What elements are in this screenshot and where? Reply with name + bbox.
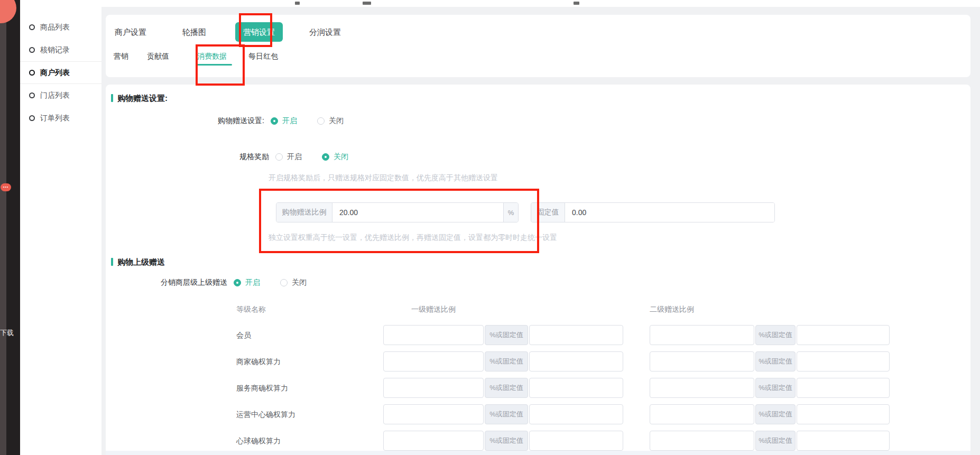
fixed-value-input-group: 固定值	[531, 202, 775, 222]
settings-panel: 购物赠送设置: 购物赠送设置: 开启 关闭 规格奖励 开启 关闭 开启规格奖励后…	[106, 85, 970, 455]
sidebar-item-4[interactable]: 订单列表	[20, 107, 101, 129]
fixed-value-input[interactable]	[565, 203, 774, 222]
distributor-on-option[interactable]: 开启	[234, 278, 260, 287]
l1-unit-label: %或固定值	[485, 351, 528, 372]
tabs-panel: 商户设置轮播图营销设置分润设置 营销贡献值消费数据每日红包	[106, 15, 970, 77]
radio-unselected-icon[interactable]	[275, 153, 283, 161]
row-3-l2-ratio-input[interactable]	[650, 404, 754, 424]
chat-bubble-button[interactable]: •••	[1, 183, 11, 191]
distributor-off-option[interactable]: 关闭	[280, 278, 307, 287]
level-row-label: 会员	[236, 325, 251, 345]
l1-unit-label: %或固定值	[485, 325, 528, 345]
l1-unit-label: %或固定值	[485, 404, 528, 424]
active-subtab-underline	[197, 64, 232, 66]
weight-rule-hint: 独立设置权重高于统一设置，优先赠送比例，再赠送固定值，设置都为零时时走统一设置	[269, 233, 557, 243]
radio-unselected-icon[interactable]	[317, 117, 325, 125]
row-0-l2-ratio-input[interactable]	[650, 325, 754, 345]
row-4-l1-fixed-input[interactable]	[529, 431, 623, 451]
spec-reward-row: 规格奖励 开启 关闭	[239, 152, 348, 162]
l2-unit-label: %或固定值	[755, 404, 796, 424]
main-tab-1[interactable]: 轮播图	[182, 27, 206, 38]
row-2-l2-ratio-input[interactable]	[650, 378, 754, 398]
clipped-text-fragment	[295, 2, 300, 5]
gift-toggle-off-option[interactable]: 关闭	[317, 116, 344, 126]
col-header-level-name: 等级名称	[236, 305, 266, 314]
gift-toggle-on-option[interactable]: 开启	[271, 116, 297, 126]
main-tab-0[interactable]: 商户设置	[115, 27, 146, 38]
row-2-l1-fixed-input[interactable]	[529, 378, 623, 398]
sidebar-item-2[interactable]: 商户列表	[20, 61, 101, 84]
left-dock-rail: ••• 下载	[0, 0, 20, 455]
sub-tab-2[interactable]: 消费数据	[197, 52, 227, 61]
clipped-text-fragment	[363, 2, 371, 5]
row-4-l1-ratio-input[interactable]	[383, 431, 484, 451]
section-accent-bar	[111, 94, 113, 102]
radio-selected-icon[interactable]	[271, 117, 278, 125]
row-3-l1-ratio-input[interactable]	[383, 404, 484, 424]
col-header-level2-ratio: 二级赠送比例	[650, 305, 694, 314]
sidebar-item-label: 门店列表	[40, 91, 70, 100]
main-tab-2[interactable]: 营销设置	[235, 22, 283, 42]
sidebar-item-label: 商品列表	[40, 23, 70, 32]
clipped-text-fragment	[574, 2, 579, 5]
circle-icon	[29, 47, 35, 53]
level-row-label: 运营中心确权算力	[236, 404, 295, 424]
spec-reward-label: 规格奖励	[239, 152, 269, 162]
sidebar-item-3[interactable]: 门店列表	[20, 84, 101, 107]
col-header-level1-ratio: 一级赠送比例	[411, 305, 456, 314]
sidebar-menu: 商品列表核销记录商户列表门店列表订单列表	[20, 7, 101, 455]
purchase-ratio-input-group: 购物赠送比例 %	[276, 202, 519, 222]
l1-unit-label: %或固定值	[485, 378, 528, 398]
percent-suffix-label: %	[503, 203, 518, 222]
spec-reward-hint: 开启规格奖励后，只赠送规格对应固定数值，优先度高于其他赠送设置	[269, 173, 498, 183]
row-2-l2-fixed-input[interactable]	[797, 378, 890, 398]
sub-tab-1[interactable]: 贡献值	[147, 52, 169, 61]
spec-reward-off-option[interactable]: 关闭	[322, 152, 348, 162]
sub-tab-3[interactable]: 每日红包	[248, 52, 278, 61]
row-4-l2-ratio-input[interactable]	[650, 431, 754, 451]
download-label[interactable]: 下载	[0, 328, 18, 338]
purchase-ratio-input[interactable]	[332, 203, 503, 222]
sidebar-item-label: 订单列表	[40, 114, 70, 123]
l2-unit-label: %或固定值	[755, 325, 796, 345]
circle-icon	[29, 92, 35, 98]
row-1-l2-fixed-input[interactable]	[797, 351, 890, 372]
l2-unit-label: %或固定值	[755, 378, 796, 398]
sidebar-item-1[interactable]: 核销记录	[20, 39, 101, 61]
level-row-label: 商家确权算力	[236, 351, 281, 372]
level-row-label: 服务商确权算力	[236, 378, 288, 398]
l2-unit-label: %或固定值	[755, 431, 796, 451]
panel-bottom-strip	[106, 451, 970, 455]
section-accent-bar	[111, 258, 113, 266]
radio-selected-icon[interactable]	[234, 279, 241, 286]
row-1-l1-fixed-input[interactable]	[529, 351, 623, 372]
sub-tab-0[interactable]: 营销	[114, 52, 128, 61]
clipped-header-strip	[20, 0, 980, 7]
ratio-prefix-label: 购物赠送比例	[276, 203, 332, 222]
distributor-toggle-row: 分销商层级上级赠送 开启 关闭	[161, 277, 307, 288]
radio-unselected-icon[interactable]	[280, 279, 288, 286]
circle-icon	[29, 24, 35, 30]
level-row-label: 心球确权算力	[236, 431, 281, 451]
row-1-l1-ratio-input[interactable]	[383, 351, 484, 372]
distributor-toggle-label: 分销商层级上级赠送	[161, 278, 227, 287]
row-3-l1-fixed-input[interactable]	[529, 404, 623, 424]
sidebar-item-label: 商户列表	[40, 68, 70, 78]
app-logo[interactable]	[0, 0, 16, 23]
row-1-l2-ratio-input[interactable]	[650, 351, 754, 372]
l1-unit-label: %或固定值	[485, 431, 528, 451]
row-3-l2-fixed-input[interactable]	[797, 404, 890, 424]
row-0-l1-fixed-input[interactable]	[529, 325, 623, 345]
radio-selected-icon[interactable]	[322, 153, 329, 161]
row-2-l1-ratio-input[interactable]	[383, 378, 484, 398]
row-0-l2-fixed-input[interactable]	[797, 325, 890, 345]
row-4-l2-fixed-input[interactable]	[797, 431, 890, 451]
row-0-l1-ratio-input[interactable]	[383, 325, 484, 345]
spec-reward-on-option[interactable]: 开启	[275, 152, 302, 162]
upper-section-title: 购物上级赠送	[117, 257, 165, 267]
main-tab-3[interactable]: 分润设置	[309, 27, 341, 38]
l2-unit-label: %或固定值	[755, 351, 796, 372]
circle-icon	[29, 115, 35, 121]
circle-icon	[29, 70, 35, 76]
sidebar-item-0[interactable]: 商品列表	[20, 16, 101, 39]
